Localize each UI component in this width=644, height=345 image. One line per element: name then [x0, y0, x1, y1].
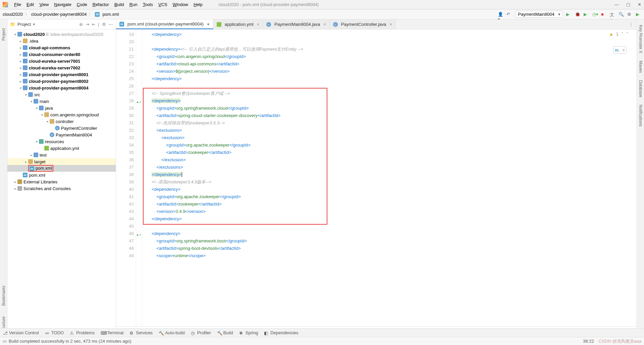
code-line[interactable]: </exclusions> [152, 164, 637, 171]
tree-row[interactable]: application.yml [7, 145, 116, 152]
tree-row[interactable]: ▾main [7, 98, 116, 105]
close-icon[interactable]: ✕ [638, 2, 641, 7]
code-line[interactable]: <artifactId>spring-cloud-starter-zookeep… [152, 112, 637, 119]
close-tab-icon[interactable]: × [257, 22, 260, 27]
menu-tools[interactable]: Tools [140, 2, 156, 7]
toolwindow-terminal[interactable]: ⌨Terminal [101, 330, 123, 335]
menu-code[interactable]: Code [74, 2, 90, 7]
chevron-down-icon[interactable]: ▾ [34, 140, 39, 143]
menu-vcs[interactable]: VCS [156, 2, 170, 7]
line-number[interactable]: 41 [116, 193, 134, 200]
back-arrow-icon[interactable]: ↶ [506, 12, 512, 17]
code-line[interactable]: </dependency> [152, 171, 637, 178]
chevron-right-icon[interactable]: ▸ [18, 39, 23, 43]
tree-row[interactable]: ▸cloud-api-commons [7, 44, 116, 51]
menu-file[interactable]: File [11, 2, 24, 7]
translate-icon[interactable]: 文A [610, 12, 615, 17]
minimize-icon[interactable]: — [614, 2, 619, 7]
editor-tab[interactable]: application.yml× [213, 19, 263, 29]
line-number[interactable]: 46●↗ [116, 230, 134, 237]
menu-build[interactable]: Build [112, 2, 127, 7]
code-line[interactable]: <dependency><!-- 引入自己定义的api通用包，可以使用Payme… [152, 46, 637, 53]
stripe-key-promoter[interactable]: Key Promoter X [638, 23, 643, 55]
line-number[interactable]: 23 [116, 60, 134, 68]
code-line[interactable]: <artifactId>zookeeper</artifactId> [152, 200, 637, 208]
search-icon[interactable]: 🔍 [619, 12, 624, 17]
run-config-selector[interactable]: PaymentMain8004 [515, 11, 563, 18]
chevron-down-icon[interactable]: ▾ [34, 106, 39, 110]
line-number[interactable]: 28●↗ [116, 97, 134, 105]
code-line[interactable]: </dependency> [152, 31, 637, 38]
code-line[interactable]: <groupId>org.springframework.cloud</grou… [152, 105, 637, 112]
code-line[interactable]: </exclusion> [152, 156, 637, 164]
toolwindow-todo[interactable]: ≔TODO [45, 330, 64, 335]
tree-row[interactable]: ▾java [7, 105, 116, 111]
code-line[interactable]: </dependency> [152, 215, 637, 223]
line-number[interactable]: 21 [116, 46, 134, 53]
project-tree[interactable]: ▾cloud2020E:\idea-workspace\cloud2020▸.i… [7, 30, 116, 335]
line-number[interactable]: 49 [116, 252, 134, 260]
line-number[interactable]: 42 [116, 200, 134, 208]
chevron-right-icon[interactable]: ▸ [29, 153, 34, 157]
line-number[interactable]: 31 [116, 119, 134, 127]
tree-row[interactable]: mpom.xml [7, 165, 116, 172]
line-number[interactable]: 19 [116, 31, 134, 38]
coverage-icon[interactable]: ▶ [584, 12, 589, 17]
gear-icon[interactable]: ⚙ [102, 22, 106, 27]
chevron-down-icon[interactable]: ˅ [626, 32, 629, 37]
chevron-right-icon[interactable]: ▸ [18, 79, 23, 83]
tree-row[interactable]: ▸test [7, 152, 116, 158]
code-line[interactable]: <exclusion> [152, 134, 637, 141]
debug-icon[interactable]: 🐞 [575, 12, 580, 17]
code-line[interactable]: <artifactId>cloud-api-commons</artifactI… [152, 60, 637, 68]
add-user-icon[interactable]: 👤▾ [498, 12, 503, 17]
profile-icon[interactable]: ◷▾ [592, 12, 598, 17]
tree-row[interactable]: ▾cloud2020E:\idea-workspace\cloud2020 [7, 31, 116, 38]
editor-body[interactable]: 19202122232425262728●↗293031323334353637… [116, 30, 637, 326]
line-number[interactable]: 37 [116, 164, 134, 171]
tree-row[interactable]: ▾src [7, 91, 116, 98]
toolwindow-profiler[interactable]: ◷Profiler [191, 330, 211, 335]
line-number[interactable]: 47 [116, 237, 134, 245]
code-line[interactable]: </dependency> [152, 75, 637, 82]
maven-reload-badge[interactable]: m × [613, 46, 627, 54]
line-number[interactable]: 20 [116, 38, 134, 46]
expand-all-icon[interactable]: ⇥ [86, 22, 89, 27]
close-icon[interactable]: × [622, 48, 625, 53]
tree-row[interactable]: ▸Scratches and Consoles [7, 185, 116, 192]
tree-row[interactable]: cPaymentController [7, 125, 116, 131]
line-gutter[interactable]: 19202122232425262728●↗293031323334353637… [116, 30, 136, 326]
code-line[interactable] [152, 82, 637, 90]
fold-gutter[interactable] [136, 30, 142, 326]
toolwindow-build[interactable]: 🔨Build [217, 330, 233, 335]
line-number[interactable]: 34 [116, 141, 134, 149]
line-number[interactable]: 27 [116, 90, 134, 97]
line-number[interactable]: 29 [116, 105, 134, 112]
tree-row[interactable]: ▸cloud-consumer-order80 [7, 51, 116, 58]
line-number[interactable]: 45 [116, 223, 134, 230]
line-number[interactable]: 33 [116, 134, 134, 141]
tree-row[interactable]: ▸target [7, 158, 116, 165]
chevron-right-icon[interactable]: ▸ [18, 46, 23, 50]
close-tab-icon[interactable]: × [389, 22, 392, 27]
toolwindow-problems[interactable]: ⚠Problems [70, 330, 95, 335]
code-line[interactable]: <!-- SpringBoot整合zookeeper客户端 --> [152, 90, 637, 97]
breadcrumb-file[interactable]: pom.xml [102, 12, 119, 17]
line-number[interactable]: 39 [116, 178, 134, 186]
toolwindow-version-control[interactable]: ⎇Version Control [3, 330, 39, 335]
line-number[interactable]: 30 [116, 112, 134, 119]
tree-row[interactable]: ▸cloud-provider-payment8001 [7, 71, 116, 78]
line-number[interactable]: 38💡 [116, 171, 134, 178]
settings-icon[interactable]: ⚙ [627, 12, 633, 17]
code-line[interactable] [152, 38, 637, 46]
code-line[interactable]: <scope>runtime</scope> [152, 252, 637, 260]
chevron-right-icon[interactable]: ▸ [18, 66, 23, 70]
chevron-right-icon[interactable]: ▸ [18, 53, 23, 56]
chevron-right-icon[interactable]: ▸ [13, 180, 17, 184]
code-line[interactable]: <version>${project.version}</version> [152, 68, 637, 75]
code-line[interactable]: <version>3.4.9</version> [152, 208, 637, 215]
menu-refactor[interactable]: Refactor [90, 2, 112, 7]
line-number[interactable]: 25 [116, 75, 134, 82]
stripe-project[interactable]: Project [1, 26, 6, 43]
tab-more-icon[interactable]: ⋮ [626, 19, 637, 29]
